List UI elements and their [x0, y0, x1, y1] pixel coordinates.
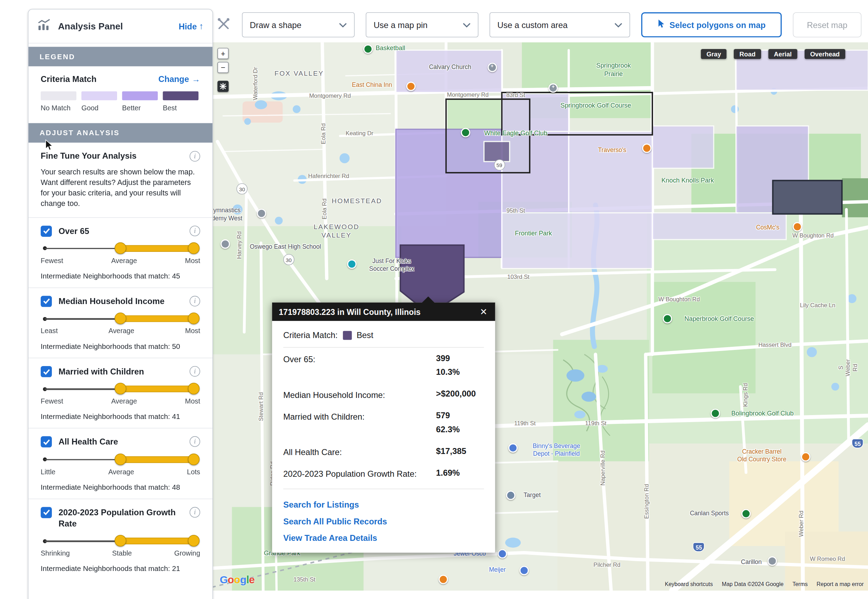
married-children-slider[interactable]: [43, 382, 198, 396]
match-count-text: Intermediate Neighborhoods that match: 5…: [41, 342, 200, 351]
map-label: 119th St: [585, 420, 607, 427]
slider-handle[interactable]: [115, 313, 126, 324]
map-style-overhead[interactable]: Overhead: [805, 49, 845, 59]
poi-marker[interactable]: [741, 509, 751, 518]
legend-swatch-good: [82, 92, 117, 100]
map-label: Montgomery Rd: [309, 92, 351, 100]
map-label: Eola Rd: [321, 199, 329, 219]
info-icon[interactable]: i: [190, 366, 200, 376]
map-label: 119th St: [514, 420, 536, 427]
map-style-road[interactable]: Road: [734, 49, 761, 59]
poi-marker[interactable]: [711, 409, 720, 418]
married-children-checkbox[interactable]: [41, 366, 52, 377]
poi-marker[interactable]: [220, 239, 229, 249]
slider-handle[interactable]: [188, 242, 199, 254]
poi-marker[interactable]: [257, 209, 266, 218]
map-mode-button[interactable]: [217, 81, 229, 92]
slider-handle[interactable]: [188, 383, 199, 394]
popup-criteria-label: Criteria Match:: [283, 330, 338, 340]
search-public-records-link[interactable]: Search All Public Records: [283, 516, 484, 526]
legend-swatch-best: [163, 92, 198, 100]
map-label: Kings Rd: [742, 383, 749, 407]
poi-marker[interactable]: [347, 259, 356, 269]
poi-marker[interactable]: [506, 491, 515, 500]
map-label: CosMc's: [756, 224, 780, 232]
keyboard-shortcuts-link[interactable]: Keyboard shortcuts: [665, 581, 713, 587]
poi-marker[interactable]: [498, 549, 507, 559]
info-icon[interactable]: i: [190, 151, 200, 161]
slider-handle[interactable]: [188, 453, 199, 465]
map-style-aerial[interactable]: Aerial: [768, 49, 797, 59]
zoom-in-button[interactable]: +: [217, 48, 229, 59]
population-growth-checkbox[interactable]: [41, 507, 52, 518]
median-income-checkbox[interactable]: [41, 296, 52, 307]
health-care-slider[interactable]: [43, 453, 198, 466]
map-label: Springbrook Prairie: [596, 62, 631, 78]
poi-marker[interactable]: +: [487, 63, 497, 72]
map-label: 95th St: [507, 207, 525, 214]
map-canvas[interactable]: Montgomery RdMontgomery Rd83rd St95th St…: [212, 42, 868, 591]
terms-link[interactable]: Terms: [793, 581, 808, 587]
over-65-slider[interactable]: [43, 242, 198, 255]
slider-handle[interactable]: [115, 535, 126, 546]
map-label: Hassert Blvd: [758, 341, 792, 349]
info-icon[interactable]: i: [190, 296, 200, 306]
map-label: Canlan Sports: [690, 510, 729, 518]
poi-marker[interactable]: [406, 81, 415, 91]
select-polygons-button[interactable]: Select polygons on map: [641, 12, 782, 38]
slider-group-over-65: Over 65 i Fewest Average Most Intermedia…: [29, 217, 213, 287]
poi-marker[interactable]: +: [548, 83, 558, 92]
map-label: Weber Rd: [797, 511, 805, 537]
poi-marker[interactable]: [663, 314, 672, 323]
poi-marker[interactable]: [461, 128, 471, 138]
zoom-out-button[interactable]: −: [217, 62, 229, 73]
chevron-down-icon: [456, 20, 471, 29]
over-65-checkbox[interactable]: [41, 225, 52, 236]
poi-marker[interactable]: [519, 565, 529, 575]
legend-swatches: No Match Good Better Best: [41, 92, 200, 112]
map-style-gray[interactable]: Gray: [701, 49, 727, 59]
match-count-text: Intermediate Neighborhoods that match: 4…: [41, 483, 200, 491]
map-label: 103rd St: [507, 273, 529, 281]
panel-title: Analysis Panel: [58, 21, 123, 32]
poi-marker[interactable]: [801, 452, 811, 462]
poi-marker[interactable]: [363, 44, 373, 54]
poi-marker[interactable]: [768, 556, 777, 566]
popup-criteria-value: Best: [356, 330, 373, 340]
poi-marker[interactable]: [508, 443, 518, 453]
map-label: Traverso's: [598, 146, 626, 154]
mouse-cursor-icon: [45, 139, 54, 154]
median-income-slider[interactable]: [43, 312, 198, 325]
info-icon[interactable]: i: [190, 436, 200, 447]
hide-panel-button[interactable]: Hide ↑: [179, 21, 204, 31]
slider-handle[interactable]: [115, 242, 126, 254]
slider-handle[interactable]: [188, 535, 199, 546]
poi-marker[interactable]: [439, 575, 448, 584]
draw-shape-select[interactable]: Draw a shape: [242, 12, 355, 38]
report-error-link[interactable]: Report a map error: [817, 581, 863, 587]
map-label: Knoch Knolls Park: [661, 176, 714, 185]
draw-tools-icon[interactable]: [216, 17, 231, 33]
map-label: Lily Cache Ln: [800, 302, 835, 309]
slider-handle[interactable]: [115, 383, 126, 394]
population-growth-slider[interactable]: [43, 534, 198, 548]
health-care-checkbox[interactable]: [41, 436, 52, 448]
view-trade-area-link[interactable]: View Trade Area Details: [283, 533, 484, 543]
change-criteria-link[interactable]: Change →: [159, 74, 200, 84]
search-listings-link[interactable]: Search for Listings: [283, 500, 484, 509]
custom-area-select[interactable]: Use a custom area: [489, 12, 630, 38]
map-pin-select[interactable]: Use a map pin: [365, 12, 478, 38]
map-label: East China Inn: [352, 81, 392, 89]
reset-map-button[interactable]: Reset map: [793, 12, 862, 38]
slider-handle[interactable]: [115, 453, 126, 465]
match-count-text: Intermediate Neighborhoods that match: 4…: [41, 412, 200, 421]
map-label: W Boughton Rd: [658, 295, 700, 303]
criteria-match-label: Criteria Match: [41, 74, 97, 84]
slider-handle[interactable]: [188, 313, 199, 324]
info-icon[interactable]: i: [190, 507, 200, 518]
close-icon[interactable]: ✕: [479, 307, 489, 317]
map-label: Meijer: [489, 566, 506, 574]
poi-marker[interactable]: [793, 222, 802, 231]
poi-marker[interactable]: [642, 143, 652, 153]
info-icon[interactable]: i: [190, 225, 200, 236]
